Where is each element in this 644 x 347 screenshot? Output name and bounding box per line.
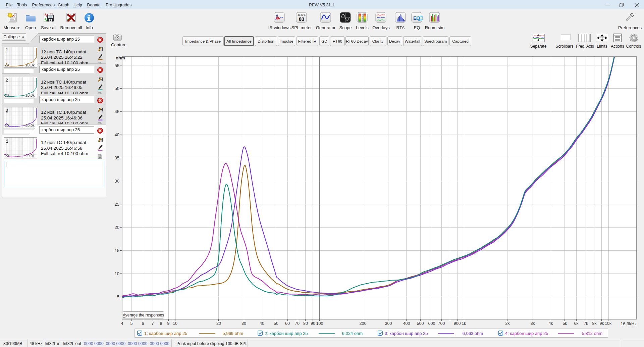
svg-text:dB SPL: dB SPL: [298, 14, 306, 16]
svg-text:83: 83: [299, 16, 305, 22]
